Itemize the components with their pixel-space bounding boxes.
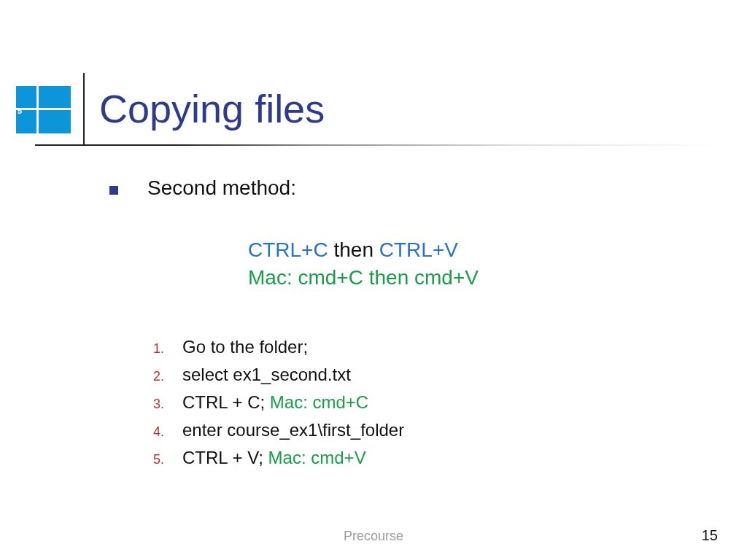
step-number: 3. (153, 397, 182, 412)
slide-title: Copying files (99, 86, 325, 131)
bullet-row: Second method: (109, 176, 708, 200)
step-number: 4. (153, 424, 182, 440)
shortcut-windows-line: CTRL+C then CTRL+V (248, 236, 708, 264)
step-text: Go to the folder; (182, 337, 308, 357)
list-item: 5. CTRL + V; Mac: cmd+V (153, 448, 708, 468)
bullet-text: Second method: (147, 176, 296, 200)
list-item: 1. Go to the folder; (153, 337, 708, 357)
step-number: 1. (153, 341, 182, 357)
shortcut-ctrl-v: CTRL+V (379, 238, 458, 261)
list-item: 2. select ex1_second.txt (153, 365, 708, 385)
step-text: CTRL + V; Mac: cmd+V (182, 448, 366, 468)
step-number: 5. (153, 452, 182, 467)
shortcut-then: then (328, 238, 379, 261)
step-text: CTRL + C; Mac: cmd+C (182, 392, 368, 413)
slide-body: Second method: CTRL+C then CTRL+V Mac: c… (109, 176, 708, 475)
bullet-icon (109, 186, 118, 195)
slide-badge-number: 5 (18, 106, 22, 115)
list-item: 3. CTRL + C; Mac: cmd+C (153, 392, 708, 413)
list-item: 4. enter course_ex1\first_folder (153, 420, 708, 440)
steps-list: 1. Go to the folder; 2. select ex1_secon… (153, 337, 708, 468)
step-text: select ex1_second.txt (182, 365, 351, 385)
step-number: 2. (153, 369, 182, 384)
page-number: 15 (702, 527, 718, 544)
step-text: enter course_ex1\first_folder (182, 420, 404, 440)
footer-label: Precourse (0, 529, 747, 544)
shortcut-mac-line: Mac: cmd+C then cmd+V (248, 264, 708, 292)
shortcut-block: CTRL+C then CTRL+V Mac: cmd+C then cmd+V (248, 236, 708, 292)
slide: 5 Copying files Second method: CTRL+C th… (0, 0, 747, 560)
title-divider-horizontal (35, 144, 721, 146)
shortcut-ctrl-c: CTRL+C (248, 238, 328, 261)
title-divider-vertical (83, 73, 85, 146)
windows-logo-icon (16, 86, 73, 136)
